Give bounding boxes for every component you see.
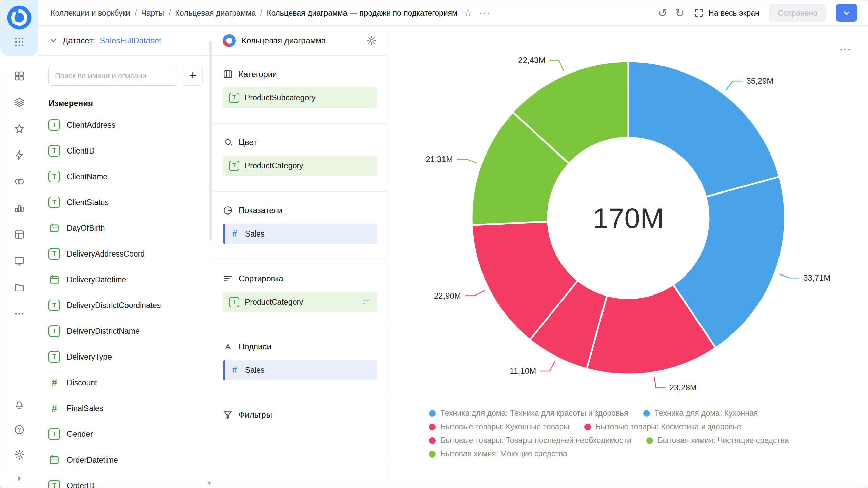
field-name: ClientName (67, 172, 107, 181)
help-icon[interactable]: ? (14, 424, 25, 435)
legend-color-dot (646, 437, 653, 444)
chip-label: ProductCategory (245, 298, 303, 307)
saved-button[interactable]: Сохранено (769, 4, 826, 22)
link-circles-icon[interactable] (14, 176, 25, 187)
datalens-logo-icon[interactable] (7, 5, 32, 30)
dataset-field[interactable]: TClientAddress (38, 112, 213, 138)
label-leader-line (726, 81, 743, 90)
more-actions-icon[interactable]: ⋯ (479, 7, 491, 19)
donut-chart-type-icon[interactable] (223, 34, 236, 47)
segment-value-label: 22,43M (518, 56, 545, 65)
legend-item[interactable]: Бытовые товары: Косметика и здоровье (584, 422, 741, 431)
labels-icon: A (223, 342, 233, 352)
sort-order-icon[interactable] (361, 297, 371, 307)
dataset-field[interactable]: OrderDatetime (38, 447, 213, 473)
dataset-field[interactable]: TDeliveryAddressCoord (38, 241, 213, 267)
dataset-field[interactable]: TClientName (38, 164, 213, 189)
dataset-field[interactable]: TClientID (38, 138, 213, 164)
legend-item[interactable]: Техника для дома: Кухонная (643, 409, 758, 418)
layers-icon[interactable] (14, 97, 25, 108)
dataset-field[interactable]: TClientStatus (38, 189, 213, 215)
chip-label: Sales (245, 229, 265, 239)
label-leader-line (540, 361, 555, 371)
dataset-collapse-chevron-icon[interactable] (48, 36, 58, 45)
undo-icon[interactable]: ↺ (658, 7, 667, 18)
date-field-icon (48, 222, 60, 234)
dataset-field[interactable]: #Discount (38, 370, 213, 395)
dataset-field[interactable]: TGender (38, 421, 213, 447)
dataset-field[interactable]: DeliveryDatetime (38, 267, 213, 292)
scroll-down-arrow-icon[interactable]: ▾ (207, 479, 211, 487)
field-name: ClientAddress (67, 121, 115, 130)
legend-item[interactable]: Бытовая химия: Чистящие средства (646, 436, 789, 445)
add-field-button[interactable]: + (183, 66, 203, 86)
dataset-scrollbar[interactable] (209, 41, 212, 241)
config-section-labels: AПодписи#Sales (213, 328, 387, 396)
redo-icon[interactable]: ↻ (675, 7, 684, 18)
chart-type-title: Кольцевая диаграмма (242, 36, 326, 45)
dataset-field[interactable]: TDeliveryDistrictName (38, 318, 213, 344)
ellipsis-h-icon[interactable] (14, 308, 25, 320)
label-leader-line (779, 274, 799, 278)
config-section-filters: Фильтры (213, 396, 387, 461)
legend-item[interactable]: Бытовые товары: Кухонные товары (429, 422, 569, 431)
app-window: ? Коллекции и воркбуки / Чарты / Кольцев… (0, 0, 868, 488)
dataset-name-link[interactable]: SalesFullDataset (100, 36, 161, 45)
monitor-icon[interactable] (14, 255, 25, 267)
segment-value-label: 35,29M (746, 76, 773, 85)
dataset-field[interactable]: #FinalSales (38, 395, 213, 421)
bell-icon[interactable] (14, 399, 25, 410)
save-dropdown-button[interactable] (836, 4, 857, 22)
legend-label: Техника для дома: Кухонная (655, 409, 758, 418)
field-chip[interactable]: #Sales (223, 224, 377, 244)
gear-icon[interactable] (14, 449, 25, 461)
label-leader-line (465, 290, 485, 296)
folder-icon[interactable] (14, 282, 25, 293)
field-chip[interactable]: TProductCategory (223, 156, 377, 176)
chevron-down-icon (842, 8, 852, 18)
section-label: Фильтры (239, 410, 272, 420)
star-icon[interactable] (14, 123, 25, 135)
text-field-icon: T (48, 351, 60, 363)
legend-label: Бытовая химия: Моющие средства (440, 449, 567, 459)
dataset-field[interactable]: TOrderID (38, 473, 213, 488)
fullscreen-label: На весь экран (708, 8, 760, 18)
text-field-icon: T (48, 428, 60, 440)
collapse-arrow-icon[interactable] (15, 474, 24, 483)
measure-hash-icon: # (230, 229, 240, 239)
field-name: ClientID (67, 146, 95, 156)
donut-chart: 35,29M33,71M23,28M11,10M22,90M21,31M22,4… (387, 26, 868, 401)
text-field-icon: T (48, 300, 60, 311)
breadcrumb-charts-link[interactable]: Чарты (141, 8, 164, 18)
legend-item[interactable]: Бытовая химия: Моющие средства (429, 449, 567, 459)
field-name: DeliveryDistrictName (67, 327, 140, 336)
apps-grid-icon[interactable] (14, 36, 25, 48)
dataset-field[interactable]: TDeliveryType (38, 344, 213, 370)
legend-item[interactable]: Техника для дома: Техника для красоты и … (429, 409, 628, 418)
field-chip[interactable]: #Sales (223, 360, 377, 380)
favorite-star-icon[interactable]: ☆ (463, 8, 473, 18)
field-name: DeliveryDatetime (67, 275, 126, 284)
chart-menu-icon[interactable]: ⋯ (839, 43, 852, 56)
dimensions-title: Измерения (48, 99, 203, 108)
legend-color-dot (429, 451, 436, 458)
legend-item[interactable]: Бытовые товары: Товары последней необход… (429, 436, 631, 445)
squares-icon[interactable] (14, 70, 25, 82)
filters-icon (223, 410, 233, 420)
table-grid-icon[interactable] (14, 229, 25, 240)
field-chip[interactable]: TProductSubcategory (223, 87, 377, 108)
lightning-icon[interactable] (14, 149, 25, 161)
field-search-input[interactable] (48, 66, 177, 86)
chart-legend: Техника для дома: Техника для красоты и … (429, 409, 826, 459)
dataset-field[interactable]: TDeliveryDistrictCoordinates (38, 292, 213, 318)
chart-settings-gear-icon[interactable] (366, 35, 377, 46)
fullscreen-button[interactable]: На весь экран (694, 8, 760, 18)
dataset-field[interactable]: DayOfBirth (38, 215, 213, 241)
chart-config-header: Кольцевая диаграмма (213, 26, 387, 56)
breadcrumb-collections-link[interactable]: Коллекции и воркбуки (51, 8, 130, 18)
bar-chart-icon[interactable] (14, 202, 25, 214)
field-chip[interactable]: TProductCategory (223, 292, 377, 312)
breadcrumb-chart-type-link[interactable]: Кольцевая диаграмма (175, 8, 256, 18)
dataset-panel: Датасет: SalesFullDataset + Измерения TC… (38, 26, 213, 488)
field-list: TClientAddressTClientIDTClientNameTClien… (38, 112, 213, 488)
